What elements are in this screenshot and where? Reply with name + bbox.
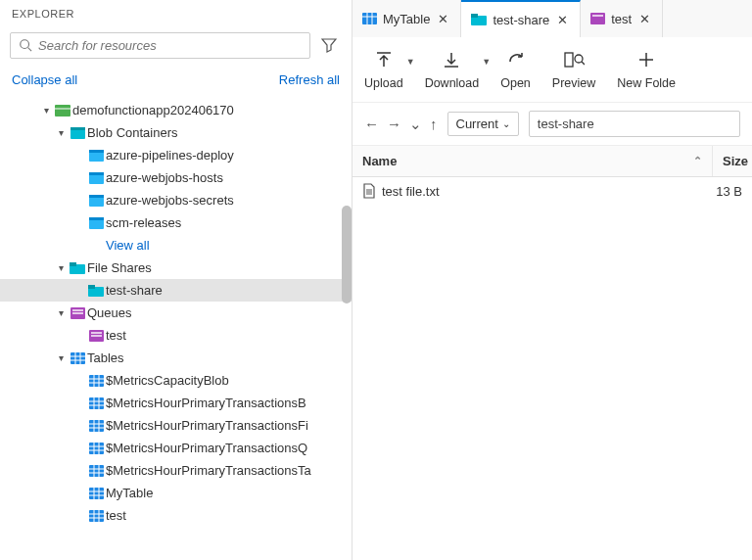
download-button[interactable]: Download ▼ [425,47,480,90]
column-size[interactable]: Size [713,146,752,176]
storage-account-icon [53,105,72,117]
tree-node-table[interactable]: $MetricsHourPrimaryTransactionsB [0,392,352,414]
svg-rect-54 [89,488,104,499]
column-label: Name [362,154,397,168]
tree-label: $MetricsHourPrimaryTransactionsB [106,396,306,410]
download-icon [442,47,461,72]
tree-label: Blob Containers [87,125,178,140]
tool-label: Open [500,76,531,90]
refresh-all-link[interactable]: Refresh all [279,72,340,87]
tree-node-table[interactable]: $MetricsCapacityBlob [0,369,352,392]
tree-node-blob-containers[interactable]: ▾ Blob Containers [0,121,352,144]
tab-test-share[interactable]: test-share ✕ [461,0,581,37]
up-icon[interactable]: ↑ [430,116,438,133]
tree-node-queue[interactable]: test [0,324,352,347]
svg-rect-29 [89,375,104,387]
upload-button[interactable]: Upload ▼ [364,47,403,90]
tree-label: test [106,328,126,343]
tree-label: azure-webjobs-secrets [106,193,234,208]
tab-label: test [611,12,632,26]
search-input[interactable] [38,38,302,53]
svg-rect-71 [592,15,603,17]
chevron-down-icon[interactable]: ▼ [482,57,491,67]
search-box[interactable] [10,32,310,59]
tree-label: scm-releases [106,215,181,230]
chevron-down-icon: ▾ [39,105,53,116]
svg-point-0 [21,40,29,49]
tool-label: New Folde [617,76,676,90]
chevron-down-icon: ▾ [54,127,68,138]
tree-node-fileshare[interactable]: test-share [0,279,352,302]
dropdown-label: Current [456,117,498,131]
svg-rect-34 [89,397,104,409]
tab-mytable[interactable]: MyTable ✕ [352,0,461,37]
close-icon[interactable]: ✕ [637,12,652,26]
tree-node-table[interactable]: $MetricsHourPrimaryTransactionsTa [0,459,352,482]
tree-node-blob[interactable]: azure-webjobs-hosts [0,166,352,189]
back-icon[interactable]: ← [364,116,379,133]
svg-line-1 [28,48,32,52]
table-icon [86,397,106,409]
tree-node-view-all[interactable]: View all [0,234,352,257]
scrollbar-thumb[interactable] [342,206,352,303]
open-button[interactable]: Open [500,47,531,90]
tree-label: File Shares [87,260,152,275]
table-icon [362,13,377,24]
chevron-down-icon: ▾ [54,352,68,363]
tool-label: Upload [364,76,403,90]
svg-rect-59 [89,510,104,522]
view-dropdown[interactable]: Current ⌄ [447,112,519,136]
path-input[interactable]: test-share [529,111,740,137]
search-icon [19,38,32,52]
close-icon[interactable]: ✕ [555,13,570,27]
tree-node-table[interactable]: test [0,504,352,527]
tree-node-blob[interactable]: azure-pipelines-deploy [0,144,352,166]
collapse-all-link[interactable]: Collapse all [12,72,77,87]
tree-node-table[interactable]: MyTable [0,482,352,504]
explorer-title: EXPLORER [0,0,352,25]
tree-node-blob[interactable]: azure-webjobs-secrets [0,189,352,211]
tab-label: MyTable [383,12,430,26]
tree-node-tables[interactable]: ▾Tables [0,347,352,369]
table-group-icon [68,352,87,364]
chevron-down-icon: ⌄ [502,118,510,129]
filter-button[interactable] [316,31,342,59]
view-all-link[interactable]: View all [106,238,150,253]
svg-rect-44 [89,443,104,454]
svg-rect-3 [55,108,70,110]
new-folder-button[interactable]: New Folde [617,47,676,90]
preview-icon [563,47,585,72]
main-panel: MyTable ✕ test-share ✕ test ✕ Upload ▼ D… [352,0,752,560]
tree-node-blob[interactable]: scm-releases [0,211,352,234]
table-icon [86,488,106,499]
tree-node-file-shares[interactable]: ▾File Shares [0,257,352,279]
tree-label: MyTable [106,486,153,500]
tree-node-table[interactable]: $MetricsHourPrimaryTransactionsFi [0,414,352,437]
svg-rect-23 [91,335,102,337]
tree-label: Tables [87,350,124,365]
svg-rect-39 [89,420,104,432]
tree-label: azure-pipelines-deploy [106,148,234,163]
file-row[interactable]: test file.txt 13 B [352,177,752,205]
tree-node-queues[interactable]: ▾Queues [0,302,352,324]
forward-icon[interactable]: → [387,116,401,133]
open-icon [506,47,526,72]
chevron-down-icon: ▾ [54,262,68,273]
svg-rect-49 [89,465,104,477]
svg-rect-5 [70,127,85,130]
chevron-down-icon[interactable]: ⌄ [409,116,422,133]
tab-test[interactable]: test ✕ [581,0,663,37]
column-name[interactable]: Name ⌃ [352,146,713,176]
chevron-down-icon: ▾ [54,307,68,318]
container-icon [86,150,106,162]
tree-node-storage-account[interactable]: ▾ demofunctionapp202406170 [0,99,352,121]
chevron-down-icon[interactable]: ▼ [406,57,415,67]
container-icon [86,172,106,184]
tree-node-table[interactable]: $MetricsHourPrimaryTransactionsQ [0,437,352,459]
svg-rect-2 [55,105,70,117]
path-navbar: ← → ⌄ ↑ Current ⌄ test-share [352,103,752,146]
svg-rect-22 [91,332,102,334]
close-icon[interactable]: ✕ [436,12,450,26]
tree-label: $MetricsHourPrimaryTransactionsTa [106,463,311,478]
preview-button[interactable]: Preview [552,47,595,90]
